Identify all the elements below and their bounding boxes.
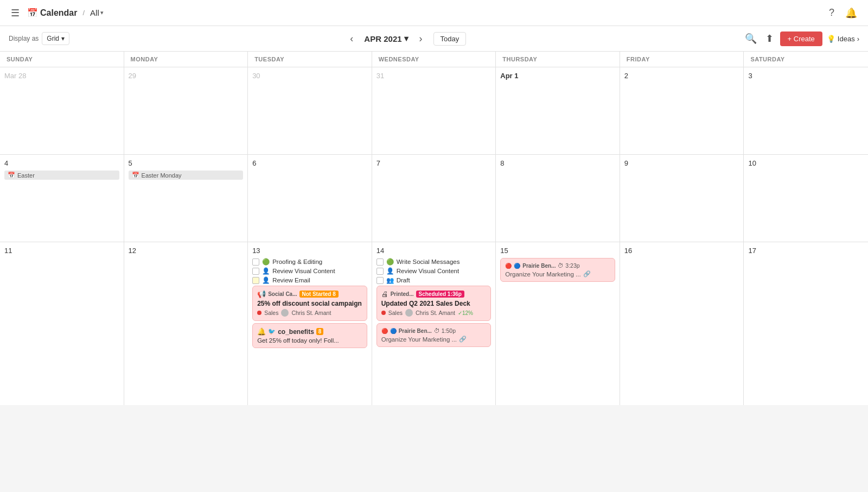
calendar-body: Mar 28 29 30 31 Apr 1 2 3 4	[0, 67, 868, 405]
chevron-right-icon: ›	[857, 35, 859, 43]
cell-apr16[interactable]: 16	[620, 242, 744, 405]
cell-apr2[interactable]: 2	[620, 67, 744, 154]
link-icon: 🔗	[459, 336, 467, 343]
cell-mar31[interactable]: 31	[372, 67, 496, 154]
author-name: Chris St. Amant	[291, 310, 331, 316]
percent-label: ✓12%	[458, 310, 473, 316]
cell-apr12[interactable]: 12	[124, 242, 248, 405]
cell-apr5[interactable]: 5 📅 Easter Monday	[124, 155, 248, 242]
prairie-time: ⏱ 3:23p	[558, 262, 579, 269]
view-label: All	[90, 8, 99, 17]
cell-apr8[interactable]: 8	[496, 155, 620, 242]
cell-apr14[interactable]: 14 🟢 Write Social Messages 👤 Review Visu…	[372, 242, 496, 405]
task-checkbox[interactable]	[376, 258, 384, 266]
social-campaign-card[interactable]: 📢 Social Ca... Not Started 8 25% off dis…	[252, 286, 367, 321]
cell-apr15[interactable]: 15 🔴 🔵 Prairie Ben... ⏱ 3:23p Organize Y…	[496, 242, 620, 405]
task-checkbox[interactable]	[376, 268, 384, 275]
day-header-wednesday: WEDNESDAY	[372, 52, 496, 67]
avatar	[405, 309, 413, 317]
display-as-button[interactable]: Grid ▾	[42, 32, 69, 45]
prairie-text: Organize Your Marketing ...	[505, 271, 580, 277]
nav-right: ? 🔔	[827, 5, 859, 21]
cell-mar29[interactable]: 29	[124, 67, 248, 154]
holiday-label: Easter Monday	[142, 172, 182, 179]
day-header-tuesday: TUESDAY	[248, 52, 372, 67]
task-review-visual[interactable]: 👤 Review Visual Content	[252, 267, 367, 275]
alert-icon: 🔔	[257, 327, 266, 336]
calendar-label: Calendar	[40, 8, 77, 18]
calendar-icon: 📅	[132, 172, 139, 179]
cell-apr9[interactable]: 9	[620, 155, 744, 242]
cell-apr3[interactable]: 3	[744, 67, 868, 154]
prairie-card-14[interactable]: 🔴 🔵 Prairie Ben... ⏱ 1:50p Organize Your…	[376, 323, 492, 347]
share-button[interactable]: ⬆	[763, 30, 776, 47]
cell-mar28[interactable]: Mar 28	[0, 67, 124, 154]
task-draft[interactable]: 👥 Draft	[376, 276, 492, 284]
day-header-saturday: SATURDAY	[744, 52, 868, 67]
sales-label: Sales	[264, 310, 278, 316]
task-icon: 👤	[262, 267, 270, 275]
toolbar-right: 🔍 ⬆ + Create 💡 Ideas ›	[743, 30, 859, 47]
cell-apr7[interactable]: 7	[372, 155, 496, 242]
ideas-label: Ideas	[838, 35, 855, 43]
task-icon: 👤	[262, 276, 270, 284]
task-label: Write Social Messages	[397, 258, 460, 265]
ideas-button[interactable]: 💡 Ideas ›	[827, 35, 859, 43]
create-button[interactable]: + Create	[780, 31, 822, 46]
task-checkbox[interactable]	[252, 258, 259, 266]
date-number: 12	[129, 247, 244, 255]
easter-badge[interactable]: 📅 Easter	[4, 171, 119, 180]
co-benefits-card[interactable]: 🔔 🐦 co_benefits 8 Get 25% off today only…	[252, 323, 367, 348]
search-button[interactable]: 🔍	[743, 30, 759, 47]
day-header-friday: FRIDAY	[620, 52, 744, 67]
prairie-card-15[interactable]: 🔴 🔵 Prairie Ben... ⏱ 3:23p Organize Your…	[500, 258, 615, 282]
cell-apr11[interactable]: 11	[0, 242, 124, 405]
date-number: 3	[748, 72, 864, 80]
date-number: 14	[376, 247, 492, 255]
chevron-down-icon: ▾	[61, 35, 65, 42]
task-label: Review Email	[272, 277, 310, 283]
date-number: 31	[376, 72, 492, 80]
calendar-icon: 📅	[27, 8, 38, 18]
cell-apr4[interactable]: 4 📅 Easter	[0, 155, 124, 242]
task-icon: 🟢	[262, 258, 270, 266]
menu-button[interactable]: ☰	[9, 5, 22, 21]
cell-apr6[interactable]: 6	[248, 155, 372, 242]
card-meta: Sales Chris St. Amant ✓12%	[381, 309, 487, 317]
task-checkbox[interactable]	[376, 277, 384, 284]
cell-apr1[interactable]: Apr 1	[496, 67, 620, 154]
task-checkbox[interactable]	[252, 277, 259, 284]
task-proofing[interactable]: 🟢 Proofing & Editing	[252, 258, 367, 266]
cell-mar30[interactable]: 30	[248, 67, 372, 154]
co-tag: co_benefits	[278, 328, 314, 336]
date-number: 4	[4, 159, 119, 167]
cell-apr10[interactable]: 10	[744, 155, 868, 242]
toolbar-left: Display as Grid ▾	[9, 32, 69, 45]
month-selector[interactable]: APR 2021 ▾	[364, 34, 408, 43]
status-badge: Not Started 8	[299, 291, 339, 298]
notifications-button[interactable]: 🔔	[843, 5, 859, 21]
next-month-button[interactable]: ›	[415, 31, 427, 47]
easter-monday-badge[interactable]: 📅 Easter Monday	[129, 171, 244, 180]
task-checkbox[interactable]	[252, 268, 259, 275]
prev-month-button[interactable]: ‹	[346, 31, 358, 47]
task-label: Proofing & Editing	[272, 258, 322, 265]
task-review-email[interactable]: 👤 Review Email	[252, 276, 367, 284]
status-dot	[381, 311, 386, 315]
prairie-icon-2: 🔵	[514, 263, 520, 269]
date-number: 11	[4, 247, 119, 255]
task-review-visual-14[interactable]: 👤 Review Visual Content	[376, 267, 492, 275]
prairie-text: Organize Your Marketing ...	[381, 336, 457, 343]
printed-card[interactable]: 🖨 Printed... Scheduled 1:36p Updated Q2 …	[376, 286, 492, 321]
cell-apr17[interactable]: 17	[744, 242, 868, 405]
today-button[interactable]: Today	[433, 32, 467, 46]
date-number: 8	[500, 159, 615, 167]
view-selector[interactable]: All ▾	[90, 8, 104, 17]
task-write-social[interactable]: 🟢 Write Social Messages	[376, 258, 492, 266]
help-button[interactable]: ?	[827, 5, 837, 21]
cell-apr13[interactable]: 13 🟢 Proofing & Editing 👤 Review Visual …	[248, 242, 372, 405]
task-icon: 👤	[386, 267, 394, 275]
holiday-label: Easter	[17, 172, 35, 179]
twitter-icon: 🐦	[268, 328, 276, 335]
calendar-row-2: 4 📅 Easter 5 📅 Easter Monday 6 7 8	[0, 155, 868, 242]
